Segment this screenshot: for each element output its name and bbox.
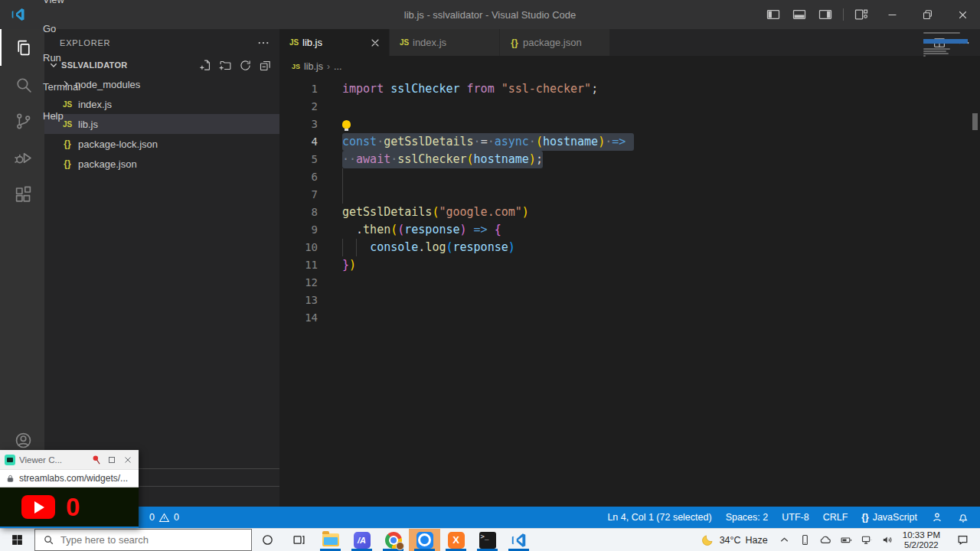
- code-editor[interactable]: 1import sslChecker from "ssl-checker";23…: [279, 77, 980, 507]
- line-number: 9: [279, 221, 318, 239]
- gutter-space: [318, 133, 342, 151]
- breadcrumb-file[interactable]: lib.js: [304, 61, 323, 72]
- indentation[interactable]: Spaces: 2: [719, 512, 776, 523]
- taskbar-app-chrome[interactable]: [377, 529, 409, 551]
- lock-icon: [6, 474, 15, 483]
- token: getSslDetails: [384, 135, 473, 148]
- menu-bar: FileEditSelectionViewGoRunTerminalHelp: [35, 0, 91, 131]
- encoding[interactable]: UTF-8: [775, 512, 815, 523]
- chevron-up-icon[interactable]: [778, 533, 791, 546]
- explorer-more-icon[interactable]: [256, 36, 270, 50]
- gutter-space: [318, 151, 342, 168]
- refresh-icon[interactable]: [239, 59, 252, 72]
- vscode-icon: [511, 532, 528, 549]
- weather-widget[interactable]: 34°C Haze: [701, 533, 768, 547]
- clock[interactable]: 10:33 PM 5/2/2022: [903, 530, 940, 550]
- account-icon: [14, 431, 33, 450]
- new-file-icon[interactable]: [199, 59, 212, 72]
- cloud-icon[interactable]: [819, 533, 832, 546]
- layout-secondary-icon[interactable]: [818, 7, 833, 22]
- menu-view[interactable]: View: [35, 0, 91, 15]
- json-file-icon: {}: [508, 37, 521, 48]
- phone-icon[interactable]: [799, 533, 812, 546]
- close-tab-icon[interactable]: [369, 37, 381, 49]
- taskbar-app-xampp[interactable]: X: [440, 529, 472, 551]
- pin-icon[interactable]: [91, 455, 102, 465]
- token: ;: [591, 82, 598, 96]
- line-number: 7: [279, 186, 318, 204]
- overlay-address-bar[interactable]: streamlabs.com/widgets/...: [0, 469, 139, 487]
- activity-run-debug[interactable]: [0, 139, 44, 176]
- eol-sequence[interactable]: CRLF: [816, 512, 855, 523]
- notifications-bell-icon[interactable]: [950, 511, 980, 523]
- taskbar-app-vscode[interactable]: [503, 529, 534, 551]
- minimize-button[interactable]: [874, 0, 910, 29]
- taskbar-app-illustrator-like[interactable]: /A: [346, 529, 377, 551]
- token: ·: [474, 135, 481, 148]
- indent-guide: [342, 239, 343, 256]
- token: (: [390, 223, 397, 236]
- breadcrumb[interactable]: JS lib.js › ...: [279, 56, 980, 77]
- viewer-count: 0: [66, 493, 80, 522]
- battery-icon[interactable]: [840, 533, 853, 546]
- restore-button[interactable]: [910, 0, 945, 29]
- collapse-folders-icon[interactable]: [259, 59, 272, 72]
- network-icon[interactable]: [861, 533, 874, 546]
- menu-help[interactable]: Help: [35, 102, 91, 131]
- cortana-button[interactable]: [252, 529, 283, 551]
- lightbulb-icon[interactable]: [342, 120, 351, 129]
- start-button[interactable]: [0, 529, 34, 551]
- menu-terminal[interactable]: Terminal: [35, 73, 91, 102]
- volume-icon[interactable]: [881, 533, 894, 546]
- tab-index.js[interactable]: JSindex.js: [390, 29, 500, 56]
- overlay-title-bar[interactable]: Viewer C...: [0, 450, 139, 469]
- viewer-count-widget: 0: [0, 487, 139, 527]
- token: (: [397, 223, 404, 236]
- taskbar-app-streamlabs[interactable]: [409, 529, 440, 551]
- token: [488, 223, 495, 236]
- maximize-icon[interactable]: [106, 455, 118, 465]
- token: }: [342, 258, 349, 272]
- tab-package.json[interactable]: {}package.json: [500, 29, 610, 56]
- tab-lib.js[interactable]: JSlib.js: [279, 29, 390, 56]
- token: getSslDetails: [342, 205, 432, 219]
- feedback-icon[interactable]: [924, 511, 950, 523]
- minimap-line: [923, 32, 960, 34]
- overlay-url[interactable]: streamlabs.com/widgets/...: [19, 473, 128, 484]
- code-line-14: 14: [279, 309, 980, 327]
- file-item-package.json[interactable]: {}package.json: [44, 154, 279, 174]
- close-button[interactable]: [945, 0, 980, 29]
- indent-guide: [342, 186, 343, 204]
- taskbar-search[interactable]: [34, 529, 252, 551]
- close-icon[interactable]: [122, 455, 134, 465]
- search-input[interactable]: [60, 534, 214, 546]
- file-item-package-lock.json[interactable]: {}package-lock.json: [44, 134, 279, 154]
- language-mode[interactable]: {} JavaScript: [854, 512, 924, 523]
- menu-go[interactable]: Go: [35, 15, 91, 44]
- gutter-space: [318, 168, 342, 186]
- cursor-position[interactable]: Ln 4, Col 1 (72 selected): [600, 512, 718, 523]
- problems-indicator[interactable]: 0 0: [142, 512, 186, 523]
- action-center-button[interactable]: [948, 533, 977, 546]
- gutter-space: [318, 309, 342, 327]
- tab-label: index.js: [413, 37, 446, 48]
- new-folder-icon[interactable]: [219, 59, 232, 72]
- task-view-button[interactable]: [283, 529, 315, 551]
- layout-panel-icon[interactable]: [792, 7, 807, 22]
- activity-extensions[interactable]: [0, 176, 44, 213]
- minimap-line: [923, 53, 949, 54]
- clock-time: 10:33 PM: [903, 530, 940, 540]
- titlebar-divider: [843, 8, 844, 21]
- menu-run[interactable]: Run: [35, 44, 91, 73]
- taskbar-app-file-explorer[interactable]: [315, 529, 346, 551]
- overview-ruler-selection: [972, 113, 978, 130]
- breadcrumb-rest[interactable]: ...: [334, 61, 341, 72]
- file-explorer-icon: [322, 533, 339, 546]
- chevron-right-icon: ›: [327, 61, 330, 72]
- minimap[interactable]: [923, 32, 968, 64]
- code-line-12: 12: [279, 274, 980, 292]
- layout-sidebar-icon[interactable]: [766, 7, 781, 22]
- taskbar-app-terminal[interactable]: >_: [472, 529, 503, 551]
- customize-layout-icon[interactable]: [854, 7, 869, 22]
- token: {: [495, 223, 501, 236]
